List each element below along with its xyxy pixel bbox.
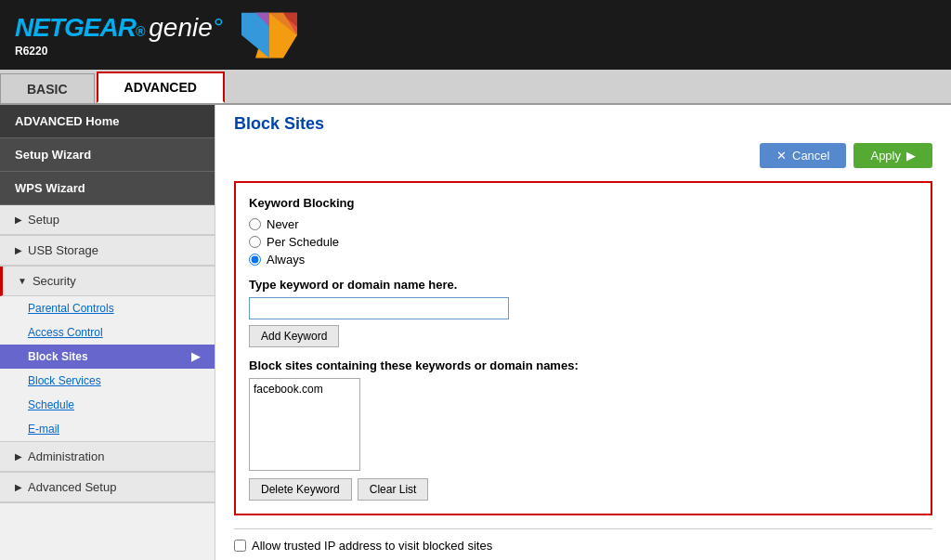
blocked-sites-list[interactable]: facebook.com: [249, 378, 360, 471]
content-area: Block Sites ✕ Cancel Apply ▶ Keyword Blo…: [215, 105, 951, 560]
tab-basic[interactable]: BASIC: [0, 73, 95, 103]
keyword-input-label: Type keyword or domain name here.: [249, 278, 918, 292]
blocked-site-item[interactable]: facebook.com: [254, 383, 356, 396]
sidebar-section-header-advanced-setup[interactable]: ▶ Advanced Setup: [0, 473, 215, 502]
tab-advanced[interactable]: ADVANCED: [97, 72, 225, 103]
logo-diamond: [241, 12, 297, 59]
model-number: R6220: [15, 45, 223, 58]
sidebar-section-header-administration[interactable]: ▶ Administration: [0, 442, 215, 472]
sidebar-section-header-setup[interactable]: ▶ Setup: [0, 205, 215, 235]
sidebar-section-header-security[interactable]: ▼ Security: [0, 267, 215, 296]
keyword-input[interactable]: [249, 297, 509, 319]
radio-group-blocking: Never Per Schedule Always: [249, 217, 918, 267]
logo-genie: genie°: [149, 13, 223, 43]
sidebar-item-schedule[interactable]: Schedule: [0, 393, 215, 417]
main-layout: ADVANCED Home Setup Wizard WPS Wizard ▶ …: [0, 105, 951, 560]
sidebar-item-setup-wizard[interactable]: Setup Wizard: [0, 138, 215, 172]
sidebar-section-usb: ▶ USB Storage: [0, 236, 215, 267]
delete-keyword-button[interactable]: Delete Keyword: [249, 478, 352, 501]
tab-bar: BASIC ADVANCED: [0, 70, 951, 105]
sidebar-section-security: ▼ Security Parental Controls Access Cont…: [0, 267, 215, 442]
cancel-button[interactable]: ✕ Cancel: [760, 143, 846, 168]
sidebar-label-advanced-setup: Advanced Setup: [28, 480, 116, 494]
apply-label: Apply: [870, 149, 901, 163]
sidebar-item-wps-wizard[interactable]: WPS Wizard: [0, 172, 215, 205]
sidebar-item-block-services[interactable]: Block Services: [0, 369, 215, 393]
radio-never-label: Never: [267, 217, 299, 231]
sidebar-label-administration: Administration: [28, 449, 104, 463]
arrow-icon-usb: ▶: [15, 245, 22, 255]
add-keyword-button[interactable]: Add Keyword: [249, 325, 339, 347]
page-title: Block Sites: [234, 114, 932, 134]
sidebar-label-setup: Setup: [28, 213, 59, 227]
arrow-icon-advanced-setup: ▶: [15, 482, 22, 492]
apply-button[interactable]: Apply ▶: [853, 143, 932, 168]
radio-never-input[interactable]: [249, 218, 261, 230]
logo-text: NETGEAR® genie°: [15, 13, 223, 43]
blocked-sites-label: Block sites containing these keywords or…: [249, 358, 918, 372]
sidebar-item-advanced-home[interactable]: ADVANCED Home: [0, 105, 215, 138]
sidebar-item-block-sites[interactable]: Block Sites: [0, 345, 215, 369]
block-sites-form: Keyword Blocking Never Per Schedule Alwa…: [234, 181, 932, 515]
logo-netgear: NETGEAR: [15, 13, 136, 43]
cancel-x-icon: ✕: [776, 149, 787, 163]
arrow-icon-administration: ▶: [15, 451, 22, 462]
sidebar-section-advanced-setup: ▶ Advanced Setup: [0, 473, 215, 503]
logo-area: NETGEAR® genie° R6220: [15, 13, 223, 58]
allow-trusted-row[interactable]: Allow trusted IP address to visit blocke…: [234, 539, 932, 553]
sidebar-section-setup: ▶ Setup: [0, 205, 215, 236]
sidebar-item-access-control[interactable]: Access Control: [0, 320, 215, 345]
clear-list-button[interactable]: Clear List: [358, 478, 429, 501]
allow-trusted-checkbox[interactable]: [234, 540, 246, 552]
radio-always[interactable]: Always: [249, 253, 918, 267]
radio-never[interactable]: Never: [249, 217, 918, 231]
sidebar-label-security: Security: [33, 274, 76, 288]
radio-always-input[interactable]: [249, 254, 261, 266]
radio-per-schedule[interactable]: Per Schedule: [249, 235, 918, 249]
logo-genie-text: genie: [149, 13, 213, 42]
radio-always-label: Always: [267, 253, 305, 267]
cancel-label: Cancel: [792, 149, 829, 163]
logo-genie-dot: °: [213, 13, 223, 42]
sidebar-section-header-usb[interactable]: ▶ USB Storage: [0, 236, 215, 266]
sidebar: ADVANCED Home Setup Wizard WPS Wizard ▶ …: [0, 105, 215, 560]
bottom-section: Allow trusted IP address to visit blocke…: [234, 528, 932, 560]
radio-per-schedule-input[interactable]: [249, 236, 261, 248]
keyword-blocking-title: Keyword Blocking: [249, 196, 918, 210]
header: NETGEAR® genie° R6220: [0, 0, 951, 70]
sidebar-item-email[interactable]: E-mail: [0, 417, 215, 441]
action-bar: ✕ Cancel Apply ▶: [234, 143, 932, 168]
radio-per-schedule-label: Per Schedule: [267, 235, 339, 249]
arrow-icon-security: ▼: [18, 276, 27, 286]
arrow-icon-setup: ▶: [15, 215, 22, 225]
allow-trusted-label: Allow trusted IP address to visit blocke…: [252, 539, 492, 553]
sidebar-section-administration: ▶ Administration: [0, 442, 215, 473]
sidebar-label-usb: USB Storage: [28, 243, 98, 257]
sidebar-item-parental-controls[interactable]: Parental Controls: [0, 296, 215, 320]
logo-reg: ®: [136, 24, 145, 39]
apply-arrow-icon: ▶: [906, 149, 916, 163]
keyword-action-buttons: Delete Keyword Clear List: [249, 478, 918, 501]
